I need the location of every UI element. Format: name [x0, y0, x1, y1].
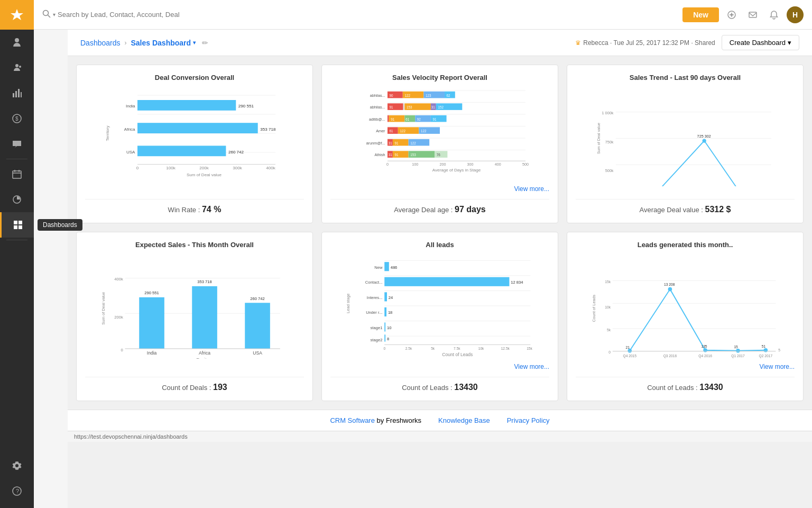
shared-info: ♛ Rebecca · Tue Jul 25, 2017 12:32 PM · …: [575, 39, 715, 47]
dashboard-dropdown-icon[interactable]: ▾: [193, 40, 196, 46]
crm-software-link[interactable]: CRM Software: [330, 416, 375, 424]
status-url: https://test.devopschennai.ninja/dashboa…: [74, 433, 188, 440]
sidebar-item-reports[interactable]: [0, 80, 34, 106]
sidebar-item-dashboards[interactable]: Dashboards: [0, 212, 34, 238]
svg-rect-29: [137, 100, 236, 111]
svg-text:92: 92: [417, 117, 421, 121]
svg-text:Count of Leads: Count of Leads: [592, 295, 596, 322]
svg-text:31: 31: [431, 105, 436, 109]
svg-text:21: 21: [626, 346, 630, 349]
svg-text:abhilas...: abhilas...: [370, 93, 385, 98]
sales-velocity-title: Sales Velocity Report Overall: [330, 74, 549, 81]
svg-text:200k: 200k: [114, 315, 123, 320]
sidebar-item-calendar[interactable]: [0, 161, 34, 187]
svg-text:Sum of Deal value: Sum of Deal value: [187, 173, 222, 177]
svg-text:5k: 5k: [607, 328, 611, 332]
svg-text:stage2: stage2: [371, 338, 383, 342]
svg-text:12 834: 12 834: [511, 280, 523, 285]
sidebar-item-settings[interactable]: [0, 453, 34, 478]
svg-text:?: ?: [16, 488, 19, 494]
crown-icon: ♛: [575, 39, 581, 47]
svg-rect-33: [137, 146, 226, 156]
user-avatar[interactable]: H: [787, 6, 804, 23]
leads-generated-card: Leads generated this month.. Count of Le…: [567, 232, 804, 401]
sidebar-item-contacts[interactable]: [0, 30, 34, 55]
svg-point-198: [736, 349, 740, 353]
svg-rect-16: [19, 225, 22, 229]
svg-text:260 742: 260 742: [228, 150, 244, 155]
svg-text:0: 0: [608, 350, 611, 354]
svg-text:Contact...: Contact...: [365, 280, 383, 285]
sales-velocity-view-more[interactable]: View more...: [330, 185, 549, 193]
svg-rect-3: [15, 91, 17, 97]
topbar-actions: New H: [682, 6, 804, 23]
svg-text:61: 61: [390, 129, 394, 133]
status-bar: https://test.devopschennai.ninja/dashboa…: [68, 431, 812, 442]
svg-text:290 551: 290 551: [144, 291, 159, 295]
svg-text:Under r...: Under r...: [366, 310, 382, 315]
create-dashboard-button[interactable]: Create Dashboard ▾: [722, 35, 799, 50]
sidebar-item-analytics[interactable]: [0, 187, 34, 212]
all-leads-view-more[interactable]: View more...: [330, 363, 549, 370]
svg-text:2.5k: 2.5k: [405, 347, 412, 350]
search-input[interactable]: [58, 11, 184, 19]
integrations-icon-btn[interactable]: [723, 6, 740, 23]
breadcrumb-dashboards[interactable]: Dashboards: [80, 39, 121, 47]
all-leads-chart: Lead stage 486 12 834: [330, 253, 549, 361]
svg-text:400k: 400k: [266, 166, 275, 170]
svg-point-19: [43, 10, 49, 15]
svg-text:91: 91: [433, 117, 437, 121]
svg-text:353 718: 353 718: [260, 127, 276, 132]
topbar: ▾ New H: [34, 0, 812, 30]
edit-icon[interactable]: ✏: [202, 39, 208, 47]
footer: CRM Software by Freshworks Knowledge Bas…: [68, 410, 812, 431]
expected-sales-footer: Count of Deals : 193: [85, 377, 304, 392]
svg-rect-2: [13, 93, 14, 97]
svg-rect-13: [14, 221, 17, 224]
leads-generated-view-more[interactable]: View more...: [576, 363, 795, 370]
app-logo[interactable]: [0, 0, 34, 30]
svg-text:153: 153: [410, 153, 416, 157]
svg-rect-31: [137, 123, 258, 133]
sidebar-item-deals[interactable]: $: [0, 106, 34, 131]
svg-text:Africa: Africa: [124, 127, 135, 132]
sidebar-item-chat[interactable]: [0, 131, 34, 157]
svg-text:300: 300: [467, 162, 474, 167]
svg-line-20: [48, 15, 51, 17]
notifications-icon-btn[interactable]: [765, 6, 782, 23]
search-icon[interactable]: [42, 10, 51, 20]
breadcrumb-current[interactable]: Sales Dashboard ▾: [131, 39, 196, 47]
svg-text:Africa: Africa: [199, 350, 210, 356]
dashboard-grid: Deal Conversion Overall Territory 290 55…: [68, 56, 812, 410]
svg-text:260 742: 260 742: [250, 296, 265, 301]
leads-generated-title: Leads generated this month..: [576, 241, 795, 249]
sales-trend-footer: Average Deal value : 5312 $: [576, 199, 795, 214]
search-area: ▾: [42, 10, 678, 20]
knowledge-base-link[interactable]: Knowledge Base: [438, 416, 490, 424]
privacy-policy-link[interactable]: Privacy Policy: [507, 416, 550, 424]
svg-text:Lead stage: Lead stage: [346, 293, 350, 313]
sidebar-item-help[interactable]: ?: [0, 478, 34, 504]
svg-rect-72: [387, 115, 389, 122]
svg-point-199: [764, 348, 768, 352]
footer-crm: CRM Software by Freshworks: [330, 416, 421, 424]
svg-text:100: 100: [412, 162, 418, 167]
svg-text:Count of Leads: Count of Leads: [442, 352, 473, 357]
expected-sales-title: Expected Sales - This Month Overall: [85, 241, 304, 249]
sub-header: Dashboards › Sales Dashboard ▾ ✏ ♛ Rebec…: [68, 30, 812, 56]
svg-point-195: [628, 349, 632, 353]
search-dropdown-icon[interactable]: ▾: [53, 12, 56, 17]
svg-text:400k: 400k: [114, 277, 123, 282]
new-button[interactable]: New: [682, 7, 719, 22]
expected-sales-card: Expected Sales - This Month Overall Sum …: [76, 232, 313, 401]
all-leads-card: All leads Lead stage 486: [321, 232, 558, 401]
svg-text:India: India: [126, 104, 135, 108]
svg-text:USA: USA: [126, 150, 135, 155]
svg-text:$: $: [15, 116, 19, 122]
sidebar-item-users[interactable]: [0, 55, 34, 80]
mail-icon-btn[interactable]: [744, 6, 761, 23]
svg-text:Q1 2017: Q1 2017: [731, 354, 745, 358]
svg-text:725 302: 725 302: [697, 134, 711, 139]
svg-text:Q4 2016: Q4 2016: [698, 354, 712, 358]
svg-rect-141: [139, 297, 164, 349]
